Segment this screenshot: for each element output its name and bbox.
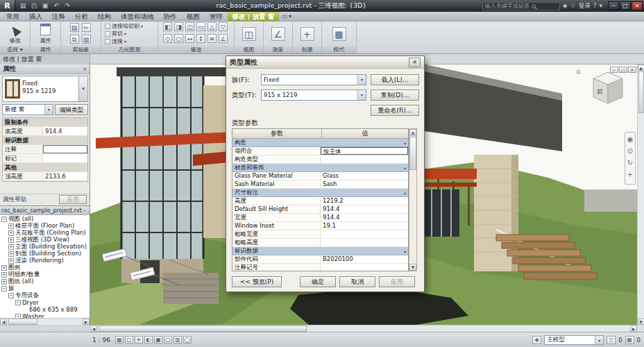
parameter-row[interactable]: Sash Material Sash ▴	[232, 180, 408, 189]
modify-tool-icon[interactable]: ↔	[185, 34, 194, 43]
section-collapse-icon[interactable]: ▴	[404, 189, 406, 196]
view-minimize-icon[interactable]: ─	[610, 67, 618, 73]
tree-expander-icon[interactable]	[22, 307, 28, 312]
scroll-down-icon[interactable]: ▼	[638, 319, 644, 325]
property-row[interactable]: 其他	[3, 163, 87, 172]
scroll-up-icon[interactable]: ▲	[409, 129, 416, 136]
combo-caret-icon[interactable]: ▾	[357, 90, 366, 100]
parameter-row[interactable]: 墙闭合 按主体 ▴	[232, 147, 408, 155]
ribbon-tab[interactable]: 视图	[182, 12, 205, 21]
dialog-apply-button[interactable]: 应用	[379, 276, 415, 287]
design-option-combo[interactable]: 主模型 ▾	[544, 335, 604, 345]
communication-center-icon[interactable]: ◈	[563, 1, 568, 10]
tree-expander-icon[interactable]: +	[8, 237, 14, 243]
section-collapse-icon[interactable]: ▴	[404, 247, 406, 255]
geometry-tool[interactable]: 连接端切割 ▾	[105, 23, 143, 30]
property-row[interactable]: 注释	[3, 145, 87, 154]
copy-icon[interactable]: ⧉	[70, 35, 79, 44]
scrollbar-thumb[interactable]	[99, 325, 307, 332]
property-row[interactable]: 底高度 914.4	[3, 127, 87, 136]
scroll-right-icon[interactable]: ▶	[630, 325, 637, 332]
temporary-hide-icon[interactable]: ▥	[173, 336, 182, 344]
modify-tool-icon[interactable]: ∠	[219, 34, 228, 43]
tree-expander-icon[interactable]: +	[8, 251, 14, 257]
selection-count-icon[interactable]: ▦	[625, 336, 634, 344]
load-button[interactable]: 载入(L)...	[371, 74, 419, 85]
view-restore-icon[interactable]: ▢	[619, 67, 627, 73]
property-row[interactable]: 顶高度 2133.6	[3, 172, 87, 181]
detail-level-icon[interactable]: ▦	[115, 336, 124, 344]
zoom-icon[interactable]: ⊙	[627, 146, 633, 156]
scrollbar-thumb[interactable]	[638, 71, 644, 113]
combo-caret-icon[interactable]: ▾	[357, 75, 366, 85]
modify-tool-icon[interactable]: △	[207, 22, 217, 31]
menu-icon[interactable]: ▤	[18, 1, 28, 10]
combo-caret-icon[interactable]: ▾	[595, 336, 603, 344]
panel-label-modify[interactable]: 修改	[158, 46, 234, 53]
paste-icon[interactable]: ▤	[70, 23, 79, 32]
ok-button[interactable]: 确定	[300, 276, 336, 287]
modify-tool-icon[interactable]: ◨	[174, 22, 183, 31]
panel-label-clipboard[interactable]: 剪贴板	[61, 46, 101, 53]
scroll-down-icon[interactable]: ▼	[409, 264, 416, 271]
ribbon-tab[interactable]: 分析	[70, 12, 93, 21]
undo-icon[interactable]: ↶	[51, 1, 61, 10]
ribbon-tab[interactable]: 注释	[47, 12, 70, 21]
parameter-row[interactable]: Default Sill Height 914.4 ▴	[232, 205, 408, 214]
viewcube-home-icon[interactable]: ⌂	[576, 67, 580, 75]
measure-tool-icon[interactable]: ∠	[271, 27, 285, 41]
family-combo[interactable]: Fixed ▾	[261, 74, 366, 85]
view-close-icon[interactable]: ✕	[628, 67, 636, 73]
dialog-close-button[interactable]: ✕	[409, 58, 421, 67]
geometry-tool[interactable]: 连接 ▾	[105, 38, 143, 45]
cut-icon[interactable]: ✂	[82, 23, 91, 32]
tree-expander-icon[interactable]: +	[8, 223, 14, 229]
tree-expander-icon[interactable]: +	[8, 258, 14, 264]
palette-close-icon[interactable]: ✕	[83, 67, 87, 72]
redo-icon[interactable]: ↷	[62, 1, 72, 10]
view-tool-icon[interactable]: ◫	[242, 27, 256, 41]
tree-expander-icon[interactable]: −	[1, 286, 7, 291]
load-family-icon[interactable]: ▦	[332, 27, 346, 41]
open-icon[interactable]: ◰	[29, 1, 39, 10]
panel-label-properties[interactable]: 属性	[31, 46, 60, 53]
type-selector-caret-icon[interactable]: ▾	[78, 76, 87, 101]
parameter-row[interactable]: 构造类型 ▴	[232, 155, 408, 164]
view-horizontal-scrollbar[interactable]: ◀ ▶	[90, 325, 637, 332]
parameter-row[interactable]: 构造 ▴	[232, 139, 408, 147]
parameter-row[interactable]: 高度 1219.2 ▴	[232, 197, 408, 205]
modify-tool-icon[interactable]: ○	[174, 34, 183, 43]
edit-type-button[interactable]: 编辑类型	[55, 104, 88, 115]
save-icon[interactable]: ▣	[40, 1, 50, 10]
modify-tool-icon[interactable]: ◫	[185, 22, 194, 31]
tree-item[interactable]: − 专用设备	[0, 292, 90, 299]
sun-path-icon[interactable]: ☀	[135, 336, 143, 344]
modify-tool-icon[interactable]: ↕	[196, 34, 205, 43]
tree-item[interactable]: − Washer	[0, 313, 90, 318]
help-caret-icon[interactable]: ▾	[599, 1, 602, 10]
duplicate-button[interactable]: 复制(D)...	[371, 90, 419, 101]
parameter-row[interactable]: 尺寸标注 ▴	[232, 189, 408, 197]
tree-expander-icon[interactable]: +	[8, 230, 14, 236]
ribbon-toggle-icon[interactable]: ▭	[282, 13, 287, 19]
parameter-row[interactable]: 部件代码 B2020100 ▴	[232, 255, 408, 264]
dialog-title-bar[interactable]: 类型属性 ✕	[226, 56, 424, 69]
modify-tool-icon[interactable]: ▽	[219, 22, 228, 31]
tree-expander-icon[interactable]: +	[8, 244, 14, 250]
scroll-up-icon[interactable]: ▲	[638, 65, 644, 71]
tree-item[interactable]: − 族	[0, 285, 90, 292]
tree-expander-icon[interactable]: −	[15, 300, 21, 305]
type-combo[interactable]: 915 x 1219 ▾	[261, 90, 366, 101]
parameter-row[interactable]: 注释记号 ▴	[232, 264, 408, 271]
design-option-icon[interactable]: ◈	[532, 336, 541, 344]
visual-style-icon[interactable]: ◻	[125, 336, 133, 344]
parameter-row[interactable]: Window Inset 19.1 ▴	[232, 222, 408, 230]
help-search-box[interactable]: 输入关键字或短语	[482, 2, 560, 10]
create-tool-icon[interactable]: +	[300, 27, 314, 41]
parameter-row[interactable]: 标识数据 ▴	[232, 247, 408, 255]
parameter-row[interactable]: Glass Pane Material Glass ▴	[232, 172, 408, 180]
application-menu-button[interactable]: R	[0, 0, 15, 12]
ribbon-tab[interactable]: 体量和场地	[116, 12, 159, 21]
modify-tool-icon[interactable]: ≡	[207, 34, 217, 43]
favorites-icon[interactable]: ☆	[570, 1, 576, 10]
